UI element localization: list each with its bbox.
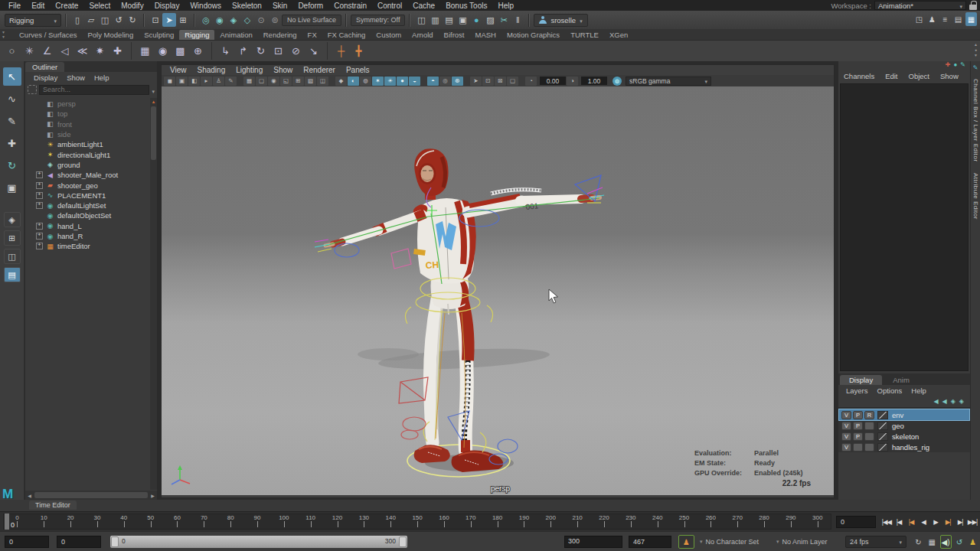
outliner-menu-item[interactable]: Display (30, 73, 61, 82)
time-tick[interactable]: 250 (671, 514, 697, 529)
shelf-tab[interactable]: Animation (214, 30, 257, 40)
outliner-item[interactable]: ☀ ambientLight1 (25, 139, 150, 149)
tool-icon[interactable]: ↻ (3, 156, 21, 174)
viewport-toolbar-icon[interactable]: ▧ (305, 77, 316, 86)
file-action-icon[interactable]: ▱ (84, 13, 98, 27)
layout-preset-icon[interactable]: ◈ (4, 212, 21, 227)
file-action-icon[interactable]: ◫ (98, 13, 112, 27)
render-icon[interactable]: ▥ (428, 13, 442, 27)
expand-icon[interactable] (36, 171, 43, 178)
layer-color-swatch[interactable] (877, 422, 888, 430)
filter-icon[interactable] (28, 85, 37, 94)
viewport-toolbar-icon[interactable]: ⊛ (452, 77, 463, 86)
layer-editor-menu-item[interactable]: Help (908, 386, 929, 395)
menu-item[interactable]: Display (149, 2, 185, 10)
shelf-tool-icon[interactable]: ▩ (172, 42, 189, 60)
file-action-icon[interactable]: ▯ (70, 13, 84, 27)
render-icon[interactable]: ‖ (511, 13, 524, 27)
gamma-field[interactable]: 1.00 (581, 77, 607, 85)
shelf-tool-icon[interactable]: ≪ (74, 42, 91, 60)
scroll-left-icon[interactable]: ◀ (25, 493, 34, 498)
viewport-menu-item[interactable]: View (165, 66, 192, 74)
time-tick[interactable]: 160 (431, 514, 458, 529)
viewport-toolbar-icon[interactable]: ▸ (201, 77, 212, 86)
layer-editor-menu-item[interactable]: Layers (843, 386, 871, 395)
shelf-tab[interactable]: Motion Graphics (501, 30, 565, 40)
playback-button[interactable]: ◀ (917, 514, 929, 530)
tool-icon[interactable]: ↖ (3, 67, 21, 86)
shelf-tab[interactable]: FX (302, 30, 322, 40)
viewport-toolbar-icon[interactable]: ◫ (317, 77, 328, 86)
outliner-item[interactable]: ◉ hand_L (25, 221, 150, 231)
manipulator-icon[interactable]: ✚ (946, 61, 951, 70)
outliner-item[interactable]: ◀ shooter_Male_root (25, 170, 150, 180)
viewport-toolbar-icon[interactable]: ◒ (409, 77, 420, 86)
sidebar-toggle-icon[interactable]: ◳ (913, 12, 925, 26)
layout-preset-icon[interactable]: ⊞ (4, 230, 21, 246)
file-action-icon[interactable]: ↺ (112, 13, 126, 27)
shelf-tool-icon[interactable]: ⊡ (270, 42, 287, 60)
shelf-tab[interactable]: FX Caching (322, 30, 371, 40)
render-icon[interactable]: ▤ (442, 13, 456, 27)
layer-color-swatch[interactable] (877, 432, 888, 441)
sidebar-toggle-icon[interactable]: ≡ (939, 12, 951, 26)
shelf-tool-icon[interactable]: ○ (3, 42, 21, 60)
shelf-tab[interactable]: Rigging (179, 30, 214, 40)
menu-item[interactable]: Help (492, 2, 519, 10)
menu-item[interactable]: Cache (407, 2, 440, 10)
lock-icon[interactable] (969, 1, 977, 10)
snap-icon[interactable]: ◇ (240, 13, 254, 27)
layer-visibility-toggle[interactable]: V (841, 422, 851, 430)
viewport-canvas[interactable]: CH 001 (162, 86, 834, 495)
horizontal-scrollbar[interactable]: ◀ ▶ (25, 491, 157, 500)
time-tick[interactable]: 230 (617, 514, 644, 529)
character-set-dropdown[interactable]: ▾ No Character Set (700, 536, 759, 548)
channel-box-menu-item[interactable]: Object (909, 72, 929, 80)
layer-editor-menu-item[interactable]: Options (874, 386, 906, 395)
channel-box-menu-item[interactable]: Edit (885, 72, 897, 80)
color-management-icon[interactable]: ◍ (612, 77, 622, 86)
viewport-toolbar-icon[interactable]: ⊠ (495, 77, 506, 86)
move-layer-down-icon[interactable]: ◀ (942, 398, 947, 405)
menu-item[interactable]: Constrain (328, 2, 372, 10)
shelf-tool-icon[interactable]: ✚ (109, 42, 126, 60)
playback-option-icon[interactable]: ↻ (913, 535, 924, 549)
scrollbar-thumb[interactable] (151, 106, 156, 160)
menu-item[interactable]: Skeleton (227, 2, 267, 10)
workspace-dropdown[interactable]: Animation* (874, 1, 966, 10)
shelf-tool-icon[interactable]: ✳ (21, 42, 38, 60)
layer-playback-toggle[interactable]: P (853, 432, 863, 441)
outliner-item[interactable]: ◧ top (25, 109, 150, 119)
edit-pencil-icon[interactable]: ✎ (973, 64, 978, 71)
time-tick[interactable]: 20 (57, 514, 84, 529)
render-icon[interactable]: ▨ (483, 13, 497, 27)
symmetry-field[interactable]: Symmetry: Off (351, 15, 405, 26)
playback-button[interactable]: ▶| (942, 514, 954, 530)
time-tick[interactable]: 130 (351, 514, 377, 529)
character-set-key-icon[interactable]: ♟ (678, 535, 694, 549)
viewport-menu-item[interactable]: Lighting (230, 66, 268, 74)
menu-item[interactable]: Modify (116, 2, 149, 10)
viewport-toolbar-icon[interactable]: ◍ (360, 77, 371, 86)
render-icon[interactable]: ▣ (456, 13, 469, 27)
outliner-menu-item[interactable]: Show (63, 73, 89, 82)
render-icon[interactable]: ● (469, 13, 483, 27)
channel-box-menu-item[interactable]: Show (940, 72, 959, 80)
time-tick[interactable]: 30 (84, 514, 111, 529)
exposure-field[interactable]: 0.00 (540, 77, 566, 85)
new-layer-icon[interactable]: ◈ (959, 398, 964, 405)
expand-icon[interactable] (36, 243, 43, 249)
expand-icon[interactable] (36, 223, 43, 230)
shelf-tab[interactable]: XGen (604, 30, 633, 40)
time-tick[interactable]: 90 (244, 514, 271, 529)
selection-mask-icon[interactable]: ⊞ (176, 13, 190, 27)
layer-visibility-toggle[interactable]: V (841, 411, 851, 419)
tool-icon[interactable]: ✚ (3, 134, 21, 152)
time-tick[interactable]: 120 (324, 514, 351, 529)
outliner-item[interactable]: ◧ side (25, 129, 150, 139)
shelf-tool-icon[interactable]: ∠ (38, 42, 56, 60)
playback-button[interactable]: ▶ (929, 514, 942, 530)
sidebar-toggle-icon[interactable]: ♟ (926, 12, 938, 26)
time-tick[interactable]: 260 (697, 514, 724, 529)
viewport-toolbar-icon[interactable]: ◼ (164, 77, 175, 86)
